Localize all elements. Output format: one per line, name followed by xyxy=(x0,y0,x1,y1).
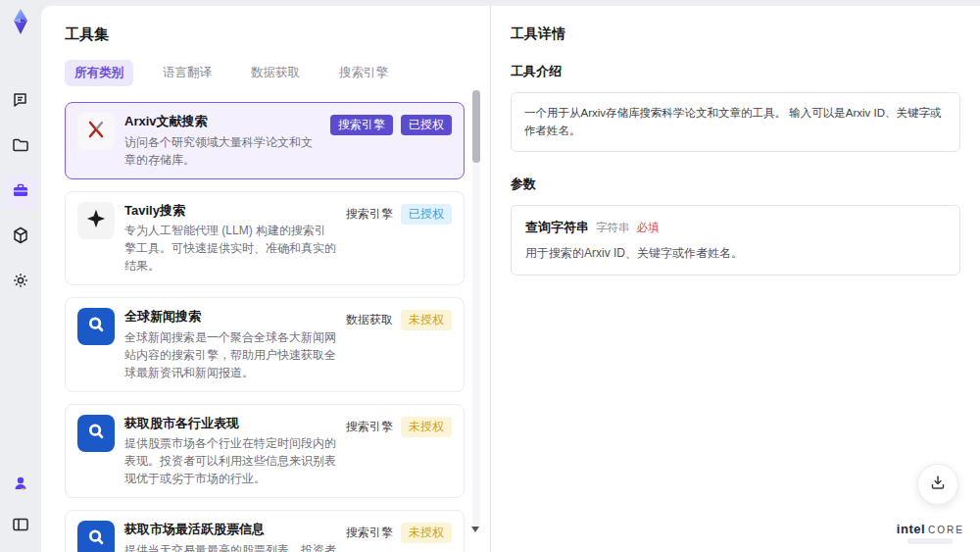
intel-core-logo: intelCORE xyxy=(897,523,964,544)
main-panel: 工具集 所有类别语言翻译数据获取搜索引擎 Arxiv文献搜索 访问各个研究领域大… xyxy=(41,6,980,552)
sidebar-bottom xyxy=(0,470,41,542)
sidebar-nav xyxy=(5,86,36,298)
tool-status-badge: 已授权 xyxy=(401,115,452,135)
param-required-label: 必填 xyxy=(637,221,660,235)
tool-description: 专为人工智能代理 (LLM) 构建的搜索引擎工具。可快速提供实时、准确和真实的结… xyxy=(124,222,336,275)
app-window: 工具集 所有类别语言翻译数据获取搜索引擎 Arxiv文献搜索 访问各个研究领域大… xyxy=(0,0,980,552)
param-description: 用于搜索的Arxiv ID、关键字或作者姓名。 xyxy=(525,245,946,262)
category-tab-0[interactable]: 所有类别 xyxy=(65,60,133,86)
search-q-icon xyxy=(85,527,107,552)
gear-icon xyxy=(11,271,30,294)
sidebar-item-collapse[interactable] xyxy=(5,511,36,542)
tool-category-label: 搜索引擎 xyxy=(330,115,393,135)
scrollbar-thumb[interactable] xyxy=(472,90,480,163)
tool-category-label: 数据获取 xyxy=(346,310,393,330)
tool-status-badge: 已授权 xyxy=(401,204,452,225)
sidebar-item-settings[interactable] xyxy=(5,267,36,298)
tool-description: 提供股票市场各个行业在特定时间段内的表现。投资者可以利用这些信息来识别表现优于或… xyxy=(124,434,336,487)
intel-logo-subtext xyxy=(907,538,953,544)
sidebar-item-chat[interactable] xyxy=(5,86,36,118)
cube-icon xyxy=(11,226,30,249)
category-tab-2[interactable]: 数据获取 xyxy=(241,60,310,86)
arxiv-x-icon xyxy=(84,118,108,145)
search-q-icon xyxy=(85,314,107,339)
tool-status-badge: 未授权 xyxy=(401,310,452,330)
sidebar-item-account[interactable] xyxy=(5,470,36,501)
param-type: 字符串 xyxy=(596,221,630,235)
tool-card-4[interactable]: 获取市场最活跃股票信息 提供当天交易量最高的股票列表，投资者可以利用这些信息来识… xyxy=(65,510,465,552)
tool-name: 全球新闻搜索 xyxy=(124,308,336,326)
intel-core-text: CORE xyxy=(928,526,964,535)
page-title: 工具集 xyxy=(65,25,465,44)
scrollbar-down-arrow-icon[interactable] xyxy=(471,527,479,532)
detail-title: 工具详情 xyxy=(511,25,960,43)
sidebar-item-packages[interactable] xyxy=(5,222,36,253)
tool-category-label: 搜索引擎 xyxy=(346,204,393,225)
category-tabs: 所有类别语言翻译数据获取搜索引擎 xyxy=(65,60,465,86)
intro-text-box: 一个用于从Arxiv存储库搜索科学论文和文章的工具。 输入可以是Arxiv ID… xyxy=(511,92,960,152)
tool-name: Arxiv文献搜索 xyxy=(124,113,320,130)
sidebar-item-tools[interactable] xyxy=(5,176,36,208)
briefcase-icon xyxy=(11,180,30,204)
tool-card-0[interactable]: Arxiv文献搜索 访问各个研究领域大量科学论文和文章的存储库。 搜索引擎已授权 xyxy=(65,102,465,179)
params-heading: 参数 xyxy=(511,176,960,193)
folder-icon xyxy=(11,135,30,159)
sidebar-item-files[interactable] xyxy=(5,131,36,163)
parameter-card-0: 查询字符串 字符串 必填 用于搜索的Arxiv ID、关键字或作者姓名。 xyxy=(511,205,960,276)
tool-list: Arxiv文献搜索 访问各个研究领域大量科学论文和文章的存储库。 搜索引擎已授权… xyxy=(65,102,465,552)
intel-logo-text: intel xyxy=(897,523,925,535)
category-tab-3[interactable]: 搜索引擎 xyxy=(329,60,398,86)
tool-name: 获取股市各行业表现 xyxy=(124,415,336,432)
intro-heading: 工具介绍 xyxy=(511,63,960,80)
tool-list-panel: 工具集 所有类别语言翻译数据获取搜索引擎 Arxiv文献搜索 访问各个研究领域大… xyxy=(41,6,490,552)
tavily-star-icon xyxy=(85,208,107,233)
chat-icon xyxy=(11,90,30,114)
tool-card-2[interactable]: 全球新闻搜索 全球新闻搜索是一个聚合全球各大新闻网站内容的搜索引擎，帮助用户快速… xyxy=(65,297,465,392)
sidebar xyxy=(0,0,41,552)
tool-status-badge: 未授权 xyxy=(401,523,452,543)
category-tab-1[interactable]: 语言翻译 xyxy=(153,60,221,86)
tool-category-label: 搜索引擎 xyxy=(346,523,393,543)
tool-description: 全球新闻搜索是一个聚合全球各大新闻网站内容的搜索引擎，帮助用户快速获取全球最新资… xyxy=(124,328,336,381)
app-logo-icon[interactable] xyxy=(7,8,34,35)
tool-name: 获取市场最活跃股票信息 xyxy=(124,521,336,538)
tool-status-badge: 未授权 xyxy=(401,417,452,437)
download-icon xyxy=(929,474,947,495)
tool-detail-panel: 工具详情 工具介绍 一个用于从Arxiv存储库搜索科学论文和文章的工具。 输入可… xyxy=(490,6,980,552)
tool-description: 提供当天交易量最高的股票列表，投资者可以利用这些信息来识别流动性强的股票和潜在的… xyxy=(124,541,336,552)
collapse-panel-icon xyxy=(11,515,30,538)
list-scrollbar[interactable] xyxy=(472,90,480,527)
params-list: 查询字符串 字符串 必填 用于搜索的Arxiv ID、关键字或作者姓名。 xyxy=(511,205,960,276)
tool-category-label: 搜索引擎 xyxy=(346,417,393,437)
tool-card-1[interactable]: Tavily搜索 专为人工智能代理 (LLM) 构建的搜索引擎工具。可快速提供实… xyxy=(65,191,465,286)
tool-description: 访问各个研究领域大量科学论文和文章的存储库。 xyxy=(124,133,320,169)
tool-name: Tavily搜索 xyxy=(124,202,336,220)
user-icon xyxy=(11,474,30,497)
param-name: 查询字符串 xyxy=(525,219,589,236)
download-button[interactable] xyxy=(917,464,958,505)
tool-card-3[interactable]: 获取股市各行业表现 提供股票市场各个行业在特定时间段内的表现。投资者可以利用这些… xyxy=(65,404,465,499)
search-q-icon xyxy=(85,421,107,446)
